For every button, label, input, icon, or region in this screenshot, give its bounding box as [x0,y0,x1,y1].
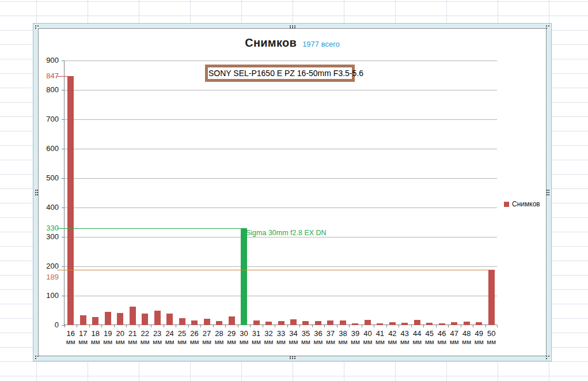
bar-32mm[interactable] [265,322,272,325]
y-axis-label: 700 [29,114,59,125]
x-axis-label: 31мм [250,329,262,346]
resize-handle-bottom-left[interactable] [35,356,36,357]
x-axis-label: 17мм [77,329,89,346]
callout-line-189 [57,270,488,270]
y-axis-tick [62,119,65,120]
lens-annotation-box[interactable]: SONY SEL-P1650 E PZ 16-50mm F3.5-5.6 [205,65,355,82]
bar-24mm[interactable] [166,314,173,325]
bar-21mm[interactable] [130,307,136,325]
x-axis-label: 23мм [151,329,163,346]
bar-46mm[interactable] [439,323,445,325]
bar-28mm[interactable] [216,321,222,325]
bar-40mm[interactable] [365,320,371,325]
y-axis-label: 400 [29,202,59,213]
x-axis-label: 44мм [411,329,423,346]
x-axis-tick [299,325,300,327]
bar-44mm[interactable] [414,320,420,325]
x-axis-label: 48мм [461,329,473,346]
x-axis-label: 40мм [362,329,374,346]
bar-35mm[interactable] [302,321,309,325]
x-axis-tick [362,325,362,327]
bar-20mm[interactable] [117,313,123,325]
resize-handle-right[interactable] [547,190,548,191]
chart-object-frame[interactable]: Снимков1977 всего 0100200300400500600700… [33,23,552,361]
bar-19mm[interactable] [105,312,111,325]
plot-gridline [65,119,497,120]
bar-39mm[interactable] [352,323,358,325]
bar-18mm[interactable] [92,317,98,325]
chart-title-block[interactable]: Снимков1977 всего [39,36,546,50]
bar-45mm[interactable] [426,323,433,325]
y-axis-label: 0 [29,320,59,330]
bar-37mm[interactable] [327,320,333,325]
bar-38mm[interactable] [340,320,346,325]
bar-22mm[interactable] [142,314,148,325]
x-axis-tick [77,325,77,327]
x-axis-tick [411,325,412,327]
x-axis-label: 30мм [238,329,250,346]
bar-23mm[interactable] [154,311,161,326]
x-axis-tick [151,325,151,327]
bar-49mm[interactable] [476,322,482,325]
x-axis-tick [485,325,486,327]
y-axis-label: 100 [29,291,59,301]
x-axis-tick [126,325,127,327]
sigma-annotation[interactable]: Sigma 30mm f2.8 EX DN [246,229,327,237]
y-axis-tick [62,208,65,208]
bar-26mm[interactable] [191,320,198,325]
x-axis-tick [176,325,176,327]
x-axis-tick [89,325,90,327]
resize-handle-left[interactable] [35,190,36,191]
x-axis-label: 32мм [263,329,275,346]
x-axis-label: 29мм [225,329,237,346]
x-axis-label: 16мм [65,329,77,346]
x-axis-label: 22мм [139,329,151,346]
x-axis-tick [213,325,214,327]
resize-handle-top-right[interactable] [546,25,547,27]
bar-31mm[interactable] [253,320,260,325]
bar-43mm[interactable] [401,323,408,325]
x-axis-label: 46мм [436,329,448,346]
bar-29mm[interactable] [229,316,235,325]
resize-handle-bottom[interactable] [290,356,291,357]
x-axis-tick [324,325,325,327]
y-axis-tick [62,149,65,149]
plot-gridline [65,61,497,61]
callout-line-330 [57,228,241,229]
x-axis-tick [349,325,350,327]
bar-33mm[interactable] [278,321,284,325]
bar-50mm[interactable] [488,270,495,325]
plot-gridline [65,266,497,267]
x-axis-label: 43мм [399,329,411,346]
bar-16mm[interactable] [67,76,74,325]
x-axis-tick [200,325,201,327]
bar-47mm[interactable] [451,322,457,325]
y-axis-tick [62,61,65,61]
x-axis-tick [374,325,374,327]
bar-34mm[interactable] [290,319,297,325]
x-axis-label: 47мм [448,329,460,346]
bar-48mm[interactable] [464,322,470,325]
x-axis-tick [423,325,424,327]
bar-42mm[interactable] [389,322,396,325]
bar-25mm[interactable] [179,318,185,325]
x-axis-label: 42мм [386,329,399,346]
plot-gridline [65,149,497,149]
bar-41mm[interactable] [377,323,383,325]
y-axis-tick [62,90,65,90]
x-axis-label: 37мм [324,329,336,346]
y-axis-tick [62,266,65,267]
legend[interactable]: Снимков [504,200,540,208]
bar-36mm[interactable] [315,321,321,325]
plot-gridline [65,90,497,90]
plot-gridline [65,296,497,296]
resize-handle-top[interactable] [290,25,291,27]
bar-30mm[interactable] [241,228,247,325]
bar-27mm[interactable] [204,319,210,325]
y-axis-label: 900 [29,55,59,66]
bar-17mm[interactable] [80,315,86,325]
x-axis-tick [275,325,275,327]
x-axis-tick [139,325,139,327]
resize-handle-top-left[interactable] [35,25,36,27]
callout-label-189: 189 [29,272,59,282]
